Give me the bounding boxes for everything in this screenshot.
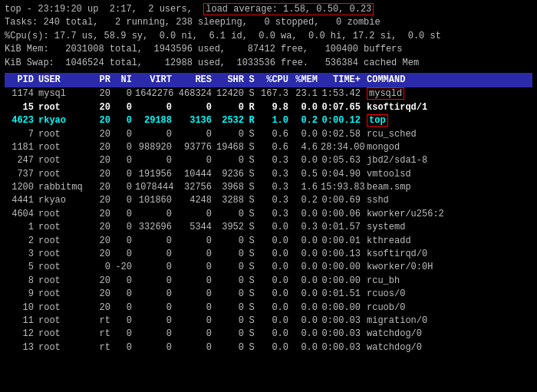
- cell-res: 0: [175, 208, 215, 221]
- cell-shr: 0: [215, 275, 247, 288]
- cell-virt: 988920: [135, 141, 175, 154]
- cell-virt: 0: [135, 261, 175, 274]
- cell-ni: 0: [114, 87, 135, 100]
- cell-res: 0: [175, 315, 215, 328]
- cell-ni: 0: [114, 181, 135, 194]
- cell-res: 32756: [175, 181, 215, 194]
- cell-mem: 0.3: [292, 221, 321, 234]
- process-table: 1174 mysql 20 0 1642276 468324 12420 S 1…: [5, 87, 532, 354]
- cell-mem: 0.0: [292, 208, 321, 221]
- cell-shr: 0: [215, 328, 247, 341]
- col-header-cpu: %CPU: [259, 74, 292, 87]
- cell-time: 28:34.00: [321, 141, 364, 154]
- col-header-res: RES: [175, 74, 215, 87]
- cell-pr: 20: [92, 181, 114, 194]
- cell-user: root: [37, 275, 92, 288]
- cell-shr: 19468: [215, 141, 247, 154]
- cell-time: 0:04.90: [321, 168, 364, 181]
- cell-time: 0:07.65: [321, 101, 364, 114]
- cell-time: 0:00.01: [321, 235, 364, 248]
- cell-s: S: [247, 168, 259, 181]
- cmd-text: kworker/0:0H: [367, 262, 433, 272]
- table-row: 11 root rt 0 0 0 0 S 0.0 0.0 0:00.03 mig…: [5, 315, 532, 328]
- cell-pr: rt: [92, 328, 114, 341]
- cell-pr: 20: [92, 128, 114, 141]
- col-header-virt: VIRT: [135, 74, 175, 87]
- cell-cmd: rcu_sched: [364, 128, 532, 141]
- cell-pid: 12: [5, 328, 37, 341]
- table-row: 15 root 20 0 0 0 0 R 9.8 0.0 0:07.65 kso…: [5, 101, 532, 114]
- cell-pr: 20: [92, 101, 114, 114]
- cell-shr: 0: [215, 154, 247, 167]
- table-row: 737 root 20 0 191956 10444 9236 S 0.3 0.…: [5, 168, 532, 181]
- cell-s: S: [247, 87, 259, 100]
- cell-s: S: [247, 328, 259, 341]
- cmd-text: kthreadd: [367, 236, 411, 246]
- cell-s: R: [247, 114, 259, 127]
- cell-time: 0:00.06: [321, 208, 364, 221]
- cell-s: S: [247, 128, 259, 141]
- cell-virt: 0: [135, 208, 175, 221]
- cell-shr: 3968: [215, 181, 247, 194]
- cmd-text: beam.smp: [367, 182, 411, 193]
- cell-time: 0:00.12: [321, 114, 364, 127]
- cell-mem: 0.2: [292, 194, 321, 207]
- cell-user: root: [37, 301, 92, 315]
- cell-mem: 0.0: [292, 315, 321, 328]
- cell-virt: 1642276: [135, 87, 175, 100]
- cell-res: 0: [175, 261, 215, 274]
- cell-mem: 4.6: [292, 141, 321, 154]
- cmd-text: kworker/u256:2: [367, 209, 444, 219]
- table-row: 7 root 20 0 0 0 0 S 0.6 0.0 0:02.58 rcu_…: [5, 128, 532, 141]
- cell-res: 0: [175, 101, 215, 114]
- cell-cpu: 0.3: [259, 181, 292, 194]
- cell-ni: 0: [114, 248, 135, 261]
- cell-pr: 20: [92, 235, 114, 248]
- cell-res: 468324: [175, 87, 215, 100]
- cell-cpu: 0.0: [259, 221, 292, 234]
- cell-s: S: [247, 248, 259, 261]
- col-header-s: S: [247, 74, 259, 87]
- cell-cpu: 0.0: [259, 341, 292, 354]
- cell-shr: 0: [215, 235, 247, 248]
- table-row: 13 root rt 0 0 0 0 S 0.0 0.0 0:00.03 wat…: [5, 341, 532, 354]
- table-row: 4604 root 20 0 0 0 0 S 0.3 0.0 0:00.06 k…: [5, 208, 532, 221]
- header-line3: %Cpu(s): 17.7 us, 58.9 sy, 0.0 ni, 6.1 i…: [5, 30, 532, 43]
- cell-pr: 20: [92, 301, 114, 315]
- cmd-text: mongod: [367, 142, 400, 153]
- cell-cpu: 0.0: [259, 261, 292, 274]
- table-row: 5 root 0 -20 0 0 0 S 0.0 0.0 0:00.00 kwo…: [5, 261, 532, 274]
- cell-s: S: [247, 235, 259, 248]
- cell-ni: 0: [114, 341, 135, 354]
- cell-pid: 9: [5, 288, 37, 301]
- cell-mem: 0.2: [292, 114, 321, 127]
- cell-time: 0:00.13: [321, 248, 364, 261]
- cell-shr: 9236: [215, 168, 247, 181]
- cell-time: 0:00.00: [321, 301, 364, 315]
- cell-pid: 15: [5, 101, 37, 114]
- cell-res: 0: [175, 301, 215, 315]
- cmd-text: systemd: [367, 222, 405, 232]
- cell-s: S: [247, 221, 259, 234]
- cell-virt: 191956: [135, 168, 175, 181]
- cell-ni: 0: [114, 194, 135, 207]
- cell-s: S: [247, 181, 259, 194]
- cell-pr: 20: [92, 141, 114, 154]
- cell-shr: 0: [215, 101, 247, 114]
- table-row: 4441 rkyao 20 0 101860 4248 3288 S 0.3 0…: [5, 194, 532, 207]
- top-header: top - 23:19:20 up 2:17, 2 users, load av…: [5, 3, 532, 70]
- cmd-text: ksoftirqd/1: [367, 102, 427, 113]
- cell-cmd: systemd: [364, 221, 532, 234]
- cell-res: 5344: [175, 221, 215, 234]
- col-header-ni: NI: [114, 74, 135, 87]
- cell-time: 0:00.03: [321, 328, 364, 341]
- cell-cpu: 0.0: [259, 301, 292, 315]
- cell-cpu: 0.6: [259, 128, 292, 141]
- cell-mem: 23.1: [292, 87, 321, 100]
- cell-virt: 101860: [135, 194, 175, 207]
- col-header-user: USER: [37, 74, 92, 87]
- cell-user: rkyao: [37, 194, 92, 207]
- cell-pid: 11: [5, 315, 37, 328]
- cmd-highlight: mysqld: [367, 87, 404, 100]
- cell-mem: 0.0: [292, 275, 321, 288]
